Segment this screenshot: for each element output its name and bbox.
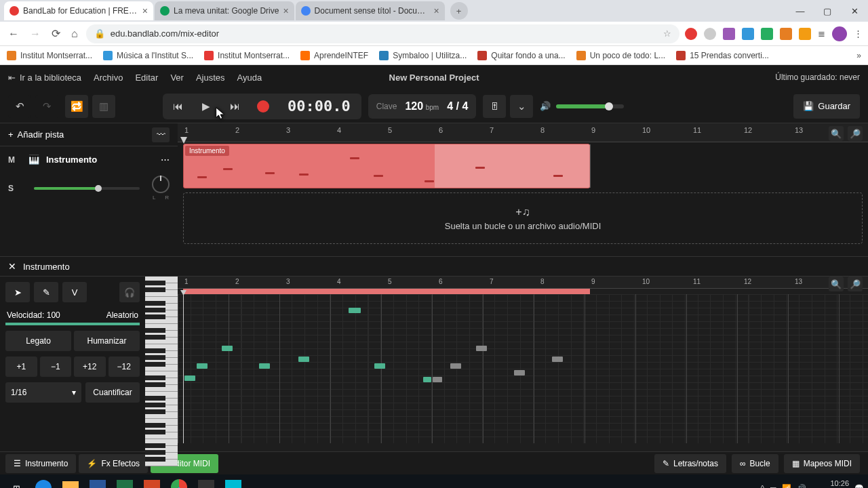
humanize-button[interactable]: Humanizar (74, 331, 140, 351)
undo-button[interactable]: ↶ (8, 95, 31, 118)
drop-zone[interactable]: +♫ Suelta un bucle o un archivo audio/MI… (183, 192, 863, 244)
profile-icon[interactable] (832, 26, 847, 41)
back-button[interactable]: ← (5, 26, 22, 41)
track-header[interactable]: M 🎹 Instrumento ⋯ (0, 149, 178, 170)
reload-button[interactable]: ⟳ (49, 26, 63, 41)
tray-chevron-icon[interactable]: ^ (761, 484, 764, 488)
menu-ver[interactable]: Ver (170, 73, 184, 83)
midi-note[interactable] (374, 363, 385, 369)
mute-button[interactable]: M (8, 155, 22, 165)
home-button[interactable]: ⌂ (68, 26, 81, 41)
tray-volume-icon[interactable]: 🔊 (797, 484, 806, 489)
transpose-up12[interactable]: +12 (74, 357, 106, 377)
reading-list-icon[interactable]: ≣ (818, 28, 825, 39)
tab-instrument[interactable]: ☰Instrumento (5, 454, 76, 473)
metronome-icon[interactable]: 🎚 (483, 95, 506, 118)
velocity-tool[interactable]: V (62, 282, 87, 302)
editor-zoom-out[interactable]: 🔍 (829, 277, 844, 291)
taskbar-chrome-icon[interactable] (167, 476, 191, 488)
midi-note[interactable] (476, 346, 487, 351)
pencil-tool[interactable]: ✎ (34, 282, 58, 302)
midi-note[interactable] (552, 357, 563, 362)
menu-archivo[interactable]: Archivo (94, 73, 123, 83)
bookmark-item[interactable]: Quitar fondo a una... (477, 51, 565, 60)
maximize-button[interactable]: ▢ (814, 0, 841, 22)
extension-icon[interactable] (685, 28, 697, 40)
pan-knob[interactable] (152, 176, 170, 193)
browser-tab[interactable]: La meva unitat: Google Drive × (155, 1, 294, 20)
redo-button[interactable]: ↷ (35, 95, 58, 118)
loop-toggle-button[interactable]: 🔁 (65, 95, 88, 118)
start-button[interactable]: ⊞ (4, 476, 28, 488)
library-link[interactable]: ⇤ Ir a la biblioteca (8, 73, 81, 83)
bookmark-item[interactable]: 15 Prendas converti... (676, 51, 769, 60)
tray-battery-icon[interactable]: ▭ (770, 484, 776, 489)
tray-notifications-icon[interactable]: 💬 (854, 484, 864, 489)
close-window-button[interactable]: ✕ (841, 0, 868, 22)
midi-note[interactable] (298, 357, 309, 362)
track-volume-slider[interactable] (34, 187, 140, 190)
piano-roll-grid[interactable]: 12345678910111213 🔍 🔎 (178, 277, 868, 451)
random-button[interactable]: Aleatorio (106, 310, 138, 320)
play-button[interactable]: ▶ (193, 95, 220, 118)
project-title[interactable]: New Personal Project (389, 73, 479, 83)
quantize-button[interactable]: Cuantificar (85, 382, 140, 403)
transpose-down1[interactable]: −1 (40, 357, 72, 377)
taskbar-powerpoint-icon[interactable] (140, 476, 164, 488)
extension-icon[interactable] (704, 28, 716, 40)
loop-region[interactable] (183, 289, 590, 294)
solo-button[interactable]: S (8, 184, 22, 193)
menu-icon[interactable]: ⋮ (854, 28, 863, 39)
tab-fx[interactable]: ⚡Fx Efectos (79, 454, 148, 473)
tab-loop[interactable]: ∞Bucle (732, 454, 778, 473)
midi-clip[interactable]: Instrumento (183, 144, 590, 188)
zoom-out-button[interactable]: 🔍 (829, 126, 844, 141)
browser-tab[interactable]: Document sense títol - Docume... × (296, 1, 445, 20)
skip-start-button[interactable]: ⏮ (164, 95, 191, 118)
bookmark-item[interactable]: Un poco de todo: L... (576, 51, 665, 60)
record-button[interactable] (250, 95, 277, 118)
midi-note[interactable] (450, 363, 461, 369)
browser-tab-active[interactable]: BandLab for Education | FREE A... × (4, 1, 153, 20)
midi-note[interactable] (514, 370, 525, 375)
save-button[interactable]: 💾 Guardar (793, 94, 860, 119)
bookmarks-overflow-icon[interactable]: » (856, 51, 861, 60)
zoom-in-button[interactable]: 🔎 (848, 126, 863, 141)
pointer-tool[interactable]: ➤ (5, 282, 30, 302)
forward-button[interactable]: → (27, 26, 43, 41)
audition-button[interactable]: 🎧 (119, 282, 140, 302)
taskbar-excel-icon[interactable] (113, 476, 137, 488)
taskbar-app-icon[interactable] (194, 476, 218, 488)
track-menu-icon[interactable]: ⋯ (161, 155, 170, 165)
metronome-button[interactable]: ▥ (92, 95, 115, 118)
tab-close-icon[interactable]: × (283, 5, 288, 16)
tab-mappings[interactable]: ▦Mapeos MIDI (784, 454, 860, 473)
bookmark-item[interactable]: Institut Montserrat... (204, 51, 290, 60)
extension-icon[interactable] (761, 28, 773, 40)
tempo-panel[interactable]: Clave 120 bpm 4 / 4 (368, 94, 477, 119)
taskbar-ie-icon[interactable] (31, 476, 56, 488)
minimize-button[interactable]: — (787, 0, 814, 22)
star-icon[interactable]: ☆ (663, 28, 671, 39)
legato-button[interactable]: Legato (5, 331, 71, 351)
extension-icon[interactable] (742, 28, 754, 40)
midi-note[interactable] (349, 308, 361, 313)
master-volume[interactable]: 🔊 (540, 101, 624, 111)
transpose-up1[interactable]: +1 (5, 357, 37, 377)
timeline[interactable]: 12345678910111213 🔍 🔎 Instrumento (178, 123, 868, 256)
tab-close-icon[interactable]: × (142, 5, 148, 16)
bookmark-item[interactable]: AprendeINTEF (300, 51, 368, 60)
skip-end-button[interactable]: ⏭ (221, 95, 248, 118)
piano-keyboard[interactable]: C5C4C3C2 (145, 277, 178, 451)
midi-note[interactable] (433, 377, 442, 382)
tab-lyrics[interactable]: ✎Letras/notas (654, 454, 726, 473)
bookmark-item[interactable]: Institut Montserrat... (7, 51, 92, 60)
extension-icon[interactable] (799, 28, 811, 40)
close-editor-button[interactable]: ✕ (8, 261, 16, 272)
track-lane[interactable]: Instrumento (178, 142, 868, 190)
dropdown-icon[interactable]: ⌄ (510, 95, 533, 118)
bookmark-item[interactable]: Música a l'Institut S... (103, 51, 193, 60)
extension-icon[interactable] (723, 28, 735, 40)
menu-ajustes[interactable]: Ajustes (196, 73, 225, 83)
bookmark-item[interactable]: Symbaloo | Utilitza... (379, 51, 467, 60)
